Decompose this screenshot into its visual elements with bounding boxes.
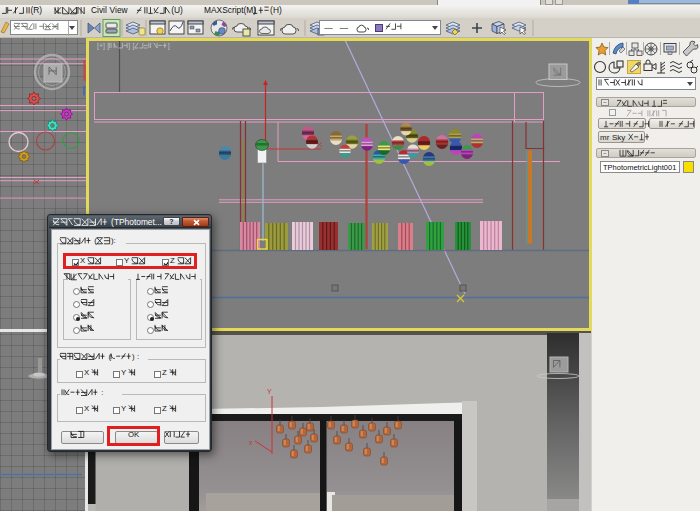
svg-text:Y: Y [267, 388, 272, 395]
svg-text:x: x [249, 439, 253, 446]
